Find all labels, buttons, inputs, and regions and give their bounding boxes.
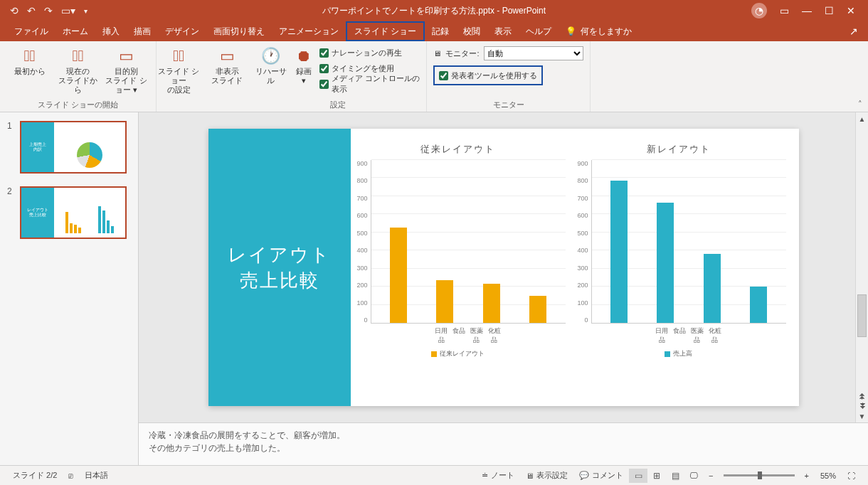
ribbon: ▶⃞ 最初から ▶⃞ 現在のスライドから ▭ 目的別スライド ショー ▾ スライ…	[0, 41, 868, 112]
tab-insert[interactable]: 挿入	[95, 21, 127, 41]
monitor-icon: 🖥	[433, 49, 441, 58]
l: 発表者ツールを使用する	[451, 70, 537, 81]
notes-line: 冷蔵・冷凍食品の展開をすることで、顧客が増加。	[149, 429, 858, 442]
slide-thumbnail-2[interactable]: レイアウト 売上比較	[20, 186, 127, 239]
ribbon-display-icon[interactable]: ▭	[780, 5, 789, 16]
language-indicator[interactable]: 日本語	[79, 470, 114, 481]
window-title: パワーポイントでノートを印刷する方法.pptx - PowerPoint	[322, 5, 546, 17]
notes-pane[interactable]: 冷蔵・冷凍食品の展開をすることで、顧客が増加。 その他カテゴリの売上も増加した。	[139, 422, 868, 465]
next-slide-icon[interactable]: ⯯	[859, 402, 866, 410]
from-current-button[interactable]: ▶⃞ 現在のスライドから	[55, 44, 101, 95]
thumb-title: 上期売上 内訳	[21, 122, 54, 172]
zoom-slider[interactable]	[724, 474, 795, 476]
l: 表示設定	[536, 470, 568, 481]
monitor-select[interactable]: 自動	[484, 46, 583, 60]
close-icon[interactable]: ✕	[847, 5, 855, 16]
tab-animations[interactable]: アニメーション	[272, 21, 346, 41]
tab-review[interactable]: 校閲	[456, 21, 487, 41]
tab-home[interactable]: ホーム	[55, 21, 95, 41]
share-icon[interactable]: ↗	[850, 26, 858, 37]
slide-editor: レイアウト 売上比較 従来レイアウト9008007006005004003002…	[139, 112, 868, 465]
tab-file[interactable]: ファイル	[7, 21, 55, 41]
monitor-label: モニター:	[445, 48, 479, 59]
tab-design[interactable]: デザイン	[158, 21, 206, 41]
chart-legend: 従来レイアウト	[431, 349, 485, 358]
chart-bar	[390, 228, 407, 323]
slide-thumbnail-1[interactable]: 上期売上 内訳	[20, 121, 127, 174]
l: 目的別	[115, 67, 138, 75]
comments-button[interactable]: 💬コメント	[573, 470, 629, 481]
hide-slide-button[interactable]: ▭ 非表示スライド	[204, 44, 250, 85]
zoom-in-button[interactable]: +	[799, 471, 815, 480]
zoom-out-button[interactable]: −	[703, 471, 719, 480]
collapse-ribbon-icon[interactable]: ˄	[858, 100, 862, 109]
scroll-down-icon[interactable]: ▼	[856, 410, 868, 422]
group-label-settings: 設定	[330, 100, 346, 112]
slideshow-view-button[interactable]: 🖵	[684, 469, 703, 483]
tab-help[interactable]: ヘルプ	[519, 21, 559, 41]
show-media-controls-checkbox[interactable]: メディア コントロールの表示	[319, 77, 422, 91]
use-presenter-view-checkbox[interactable]: 発表者ツールを使用する	[439, 68, 537, 82]
scrollbar-thumb[interactable]	[857, 294, 867, 337]
slide-indicator[interactable]: スライド 2/2	[7, 470, 63, 481]
from-beginning-label: 最初から	[14, 67, 46, 76]
status-bar: スライド 2/2 ⎚ 日本語 ≐ノート 🖥表示設定 💬コメント ▭ ⊞ ▤ 🖵 …	[0, 465, 868, 485]
from-beginning-button[interactable]: ▶⃞ 最初から	[7, 44, 53, 76]
chart-title: 新レイアウト	[647, 143, 711, 156]
chart-bar	[750, 287, 767, 323]
qat-dropdown-icon[interactable]: ▾	[84, 7, 88, 15]
l: メディア コントロールの表示	[332, 73, 422, 95]
clock-icon: 🕐	[260, 47, 282, 65]
normal-view-button[interactable]: ▭	[629, 469, 647, 483]
record-icon: ⏺	[292, 47, 315, 65]
chart-bar	[483, 284, 500, 323]
custom-slideshow-button[interactable]: ▭ 目的別スライド ショー ▾	[104, 44, 149, 95]
sorter-view-button[interactable]: ⊞	[647, 469, 666, 483]
thumb-number: 1	[7, 121, 16, 131]
maximize-icon[interactable]: ☐	[825, 5, 834, 16]
rehearse-button[interactable]: 🕐 リハーサル	[253, 44, 289, 85]
minimize-icon[interactable]: ―	[802, 5, 812, 16]
slide-title: レイアウト 売上比較	[208, 129, 351, 406]
group-label-monitor: モニター	[493, 100, 524, 112]
tab-transitions[interactable]: 画面切り替え	[206, 21, 272, 41]
custom-show-icon: ▭	[115, 47, 138, 65]
tab-draw[interactable]: 描画	[127, 21, 158, 41]
monitor-selector[interactable]: 🖥 モニター: 自動	[433, 46, 583, 61]
display-icon: 🖥	[526, 471, 534, 480]
l: タイミングを使用	[332, 63, 394, 74]
tell-me-label: 何をしますか	[581, 26, 632, 38]
slide[interactable]: レイアウト 売上比較 従来レイアウト9008007006005004003002…	[208, 129, 799, 406]
play-current-icon: ▶⃞	[67, 47, 90, 65]
prev-slide-icon[interactable]: ⯭	[859, 393, 866, 400]
tab-slideshow[interactable]: スライド ショー	[346, 21, 425, 41]
notes-line: その他カテゴリの売上も増加した。	[149, 442, 858, 454]
account-icon[interactable]: ◔	[751, 3, 767, 18]
play-narrations-checkbox[interactable]: ナレーションの再生	[319, 46, 422, 60]
chart-bar	[610, 181, 628, 323]
hide-slide-icon: ▭	[216, 47, 238, 65]
undo-icon[interactable]: ↶	[27, 5, 36, 16]
redo-icon[interactable]: ↷	[44, 5, 53, 16]
tell-me-search[interactable]: 💡 何をしますか	[566, 26, 632, 38]
spell-check-icon[interactable]: ⎚	[63, 471, 79, 480]
comment-icon: 💬	[579, 471, 589, 480]
record-button[interactable]: ⏺ 録画▾	[292, 44, 317, 85]
vertical-scrollbar[interactable]: ▲ ⯭⯯ ▼	[855, 112, 868, 422]
tab-record[interactable]: 記録	[425, 21, 456, 41]
thumb-number: 2	[7, 186, 16, 196]
chart-bar	[657, 203, 674, 323]
display-settings-button[interactable]: 🖥表示設定	[520, 470, 573, 481]
zoom-level[interactable]: 55%	[815, 471, 842, 480]
autosave-icon[interactable]: ⟲	[10, 5, 18, 16]
notes-button[interactable]: ≐ノート	[476, 470, 520, 481]
setup-slideshow-button[interactable]: ⚙⃞ スライド ショーの設定	[156, 44, 201, 95]
chart-bar	[704, 254, 721, 323]
pie-icon	[77, 142, 102, 168]
reading-view-button[interactable]: ▤	[666, 469, 684, 483]
scroll-up-icon[interactable]: ▲	[856, 112, 868, 125]
notes-icon: ≐	[482, 471, 488, 480]
fit-to-window-button[interactable]: ⛶	[842, 471, 861, 480]
tab-view[interactable]: 表示	[487, 21, 519, 41]
start-from-beginning-icon[interactable]: ▭▾	[61, 5, 75, 16]
